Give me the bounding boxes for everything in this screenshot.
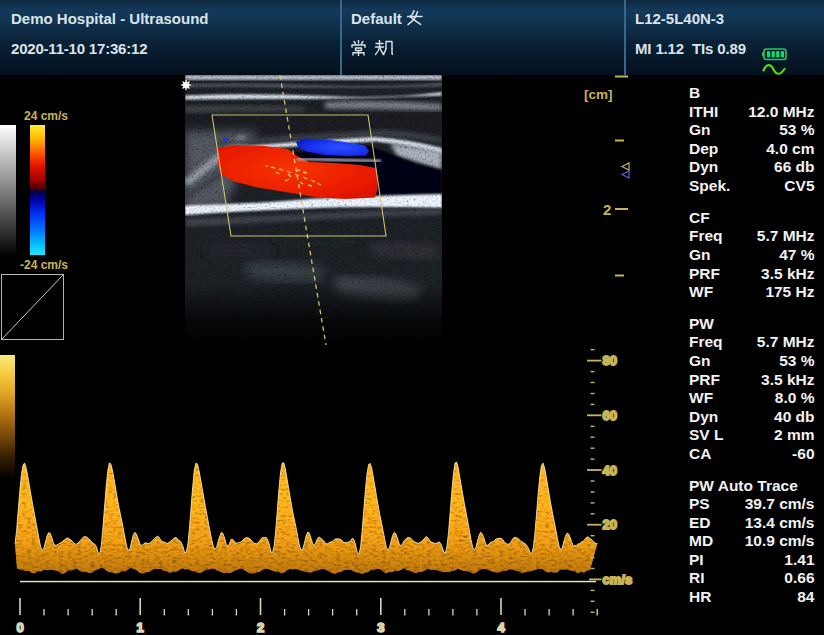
svg-text:cm/s: cm/s	[603, 572, 633, 587]
svg-text:80: 80	[603, 353, 617, 368]
svg-text:1: 1	[137, 620, 144, 635]
svg-text:60: 60	[603, 408, 617, 423]
svg-text:3: 3	[377, 620, 384, 635]
svg-text:40: 40	[603, 463, 617, 478]
svg-text:20: 20	[603, 517, 617, 532]
svg-text:2: 2	[257, 620, 264, 635]
svg-text:2: 2	[603, 201, 611, 218]
svg-text:4: 4	[497, 620, 505, 635]
svg-text:0: 0	[16, 620, 23, 635]
